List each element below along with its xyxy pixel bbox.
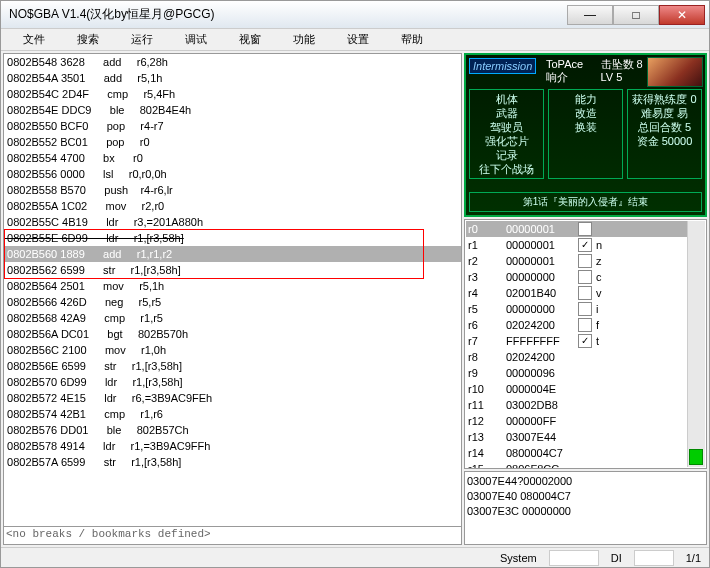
register-r6[interactable]: r602024200f [466, 317, 687, 333]
memory-row: 03007E40 080004C7 [467, 489, 704, 504]
disasm-row[interactable]: 0802B554 4700 bx r0 [4, 150, 461, 166]
register-r1[interactable]: r100000001✓n [466, 237, 687, 253]
disasm-row[interactable]: 0802B54C 2D4F cmp r5,4Fh [4, 86, 461, 102]
disasm-row[interactable]: 0802B57A 6599 str r1,[r3,58h] [4, 454, 461, 470]
register-r4[interactable]: r402001B40v [466, 285, 687, 301]
game-menu-box[interactable]: 机体武器驾驶员强化芯片记录往下个战场 [469, 89, 544, 179]
disasm-row[interactable]: 0802B54A 3501 add r5,1h [4, 70, 461, 86]
flag-checkbox[interactable] [578, 270, 592, 284]
disasm-row[interactable]: 0802B55C 4B19 ldr r3,=201A880h [4, 214, 461, 230]
disasm-row[interactable]: 0802B556 0000 lsl r0,r0,0h [4, 166, 461, 182]
disasm-row[interactable]: 0802B56E 6599 str r1,[r3,58h] [4, 358, 461, 374]
flag-checkbox[interactable] [578, 254, 592, 268]
menu-运行[interactable]: 运行 [115, 30, 169, 49]
register-r0[interactable]: r000000001✓ [466, 221, 687, 237]
game-menu-box[interactable]: 能力改造换装 [548, 89, 623, 179]
maximize-button[interactable]: □ [613, 5, 659, 25]
registers-scrollbar[interactable] [687, 221, 705, 467]
status-input-2[interactable] [634, 550, 674, 566]
disasm-row[interactable]: 0802B576 DD01 ble 802B57Ch [4, 422, 461, 438]
statusbar: System DI 1/1 [1, 547, 709, 567]
disasm-row[interactable]: 0802B548 3628 add r6,28h [4, 54, 461, 70]
flag-checkbox[interactable]: ✓ [578, 238, 592, 252]
register-r7[interactable]: r7FFFFFFFF✓t [466, 333, 687, 349]
game-screen: Intermission ToPAce响介击坠数 8LV 5 机体武器驾驶员强化… [464, 53, 707, 217]
memory-row: 03007E3C 00000000 [467, 504, 704, 519]
status-input-1[interactable] [549, 550, 599, 566]
register-r9[interactable]: r900000096 [466, 365, 687, 381]
menu-功能[interactable]: 功能 [277, 30, 331, 49]
status-di: DI [607, 552, 626, 564]
register-r15[interactable]: r150806F8CC [466, 461, 687, 469]
disasm-row[interactable]: 0802B54E DDC9 ble 802B4E4h [4, 102, 461, 118]
status-system: System [496, 552, 541, 564]
minimize-button[interactable]: — [567, 5, 613, 25]
flag-checkbox[interactable] [578, 318, 592, 332]
menu-视窗[interactable]: 视窗 [223, 30, 277, 49]
register-r10[interactable]: r100000004E [466, 381, 687, 397]
disasm-row[interactable]: 0802B552 BC01 pop r0 [4, 134, 461, 150]
menu-文件[interactable]: 文件 [7, 30, 61, 49]
menu-设置[interactable]: 设置 [331, 30, 385, 49]
menu-调试[interactable]: 调试 [169, 30, 223, 49]
disasm-row[interactable]: 0802B578 4914 ldr r1,=3B9AC9FFh [4, 438, 461, 454]
register-r12[interactable]: r12000000FF [466, 413, 687, 429]
flag-checkbox[interactable] [578, 286, 592, 300]
memory-view[interactable]: 03007E44?0000200003007E40 080004C703007E… [464, 471, 707, 545]
pilot-portrait [647, 57, 703, 87]
register-r14[interactable]: r140800004C7 [466, 445, 687, 461]
disasm-row[interactable]: 0802B55E 6D99 ldr r1,[r3,58h] [4, 230, 461, 246]
flag-checkbox[interactable] [578, 302, 592, 316]
breakpoints-bar: <no breaks / bookmarks defined> [4, 526, 461, 544]
disasm-row[interactable]: 0802B570 6D99 ldr r1,[r3,58h] [4, 374, 461, 390]
registers-view[interactable]: r000000001✓r100000001✓nr200000001zr30000… [464, 219, 707, 469]
flag-checkbox[interactable]: ✓ [578, 334, 592, 348]
disasm-row[interactable]: 0802B564 2501 mov r5,1h [4, 278, 461, 294]
register-r5[interactable]: r500000000i [466, 301, 687, 317]
disasm-row[interactable]: 0802B55A 1C02 mov r2,r0 [4, 198, 461, 214]
disasm-row[interactable]: 0802B550 BCF0 pop r4-r7 [4, 118, 461, 134]
game-menu-box[interactable]: 获得熟练度 0难易度 易总回合数 5资金 50000 [627, 89, 702, 179]
menubar: 文件搜索运行调试视窗功能设置帮助 [1, 29, 709, 51]
disasm-row[interactable]: 0802B558 B570 push r4-r6,lr [4, 182, 461, 198]
register-r3[interactable]: r300000000c [466, 269, 687, 285]
disasm-row[interactable]: 0802B562 6599 str r1,[r3,58h] [4, 262, 461, 278]
disasm-row[interactable]: 0802B560 1889 add r1,r1,r2 [4, 246, 461, 262]
disassembly-view[interactable]: 0802B548 3628 add r6,28h 0802B54A 3501 a… [4, 54, 461, 526]
disasm-row[interactable]: 0802B566 426D neg r5,r5 [4, 294, 461, 310]
register-r8[interactable]: r802024200 [466, 349, 687, 365]
menu-搜索[interactable]: 搜索 [61, 30, 115, 49]
close-button[interactable]: ✕ [659, 5, 705, 25]
intermission-label: Intermission [469, 58, 536, 74]
register-r13[interactable]: r1303007E44 [466, 429, 687, 445]
titlebar: NO$GBA V1.4(汉化by恒星月@PGCG) — □ ✕ [1, 1, 709, 29]
register-r2[interactable]: r200000001z [466, 253, 687, 269]
window-title: NO$GBA V1.4(汉化by恒星月@PGCG) [5, 6, 567, 23]
disasm-row[interactable]: 0802B572 4E15 ldr r6,=3B9AC9FEh [4, 390, 461, 406]
disasm-row[interactable]: 0802B568 42A9 cmp r1,r5 [4, 310, 461, 326]
story-title: 第1话『美丽的入侵者』结束 [469, 192, 702, 212]
register-r11[interactable]: r1103002DB8 [466, 397, 687, 413]
disasm-row[interactable]: 0802B56C 2100 mov r1,0h [4, 342, 461, 358]
disasm-row[interactable]: 0802B56A DC01 bgt 802B570h [4, 326, 461, 342]
disasm-row[interactable]: 0802B574 42B1 cmp r1,r6 [4, 406, 461, 422]
menu-帮助[interactable]: 帮助 [385, 30, 439, 49]
memory-row: 03007E44?00002000 [467, 474, 704, 489]
status-page: 1/1 [682, 552, 705, 564]
flag-checkbox[interactable]: ✓ [578, 222, 592, 236]
